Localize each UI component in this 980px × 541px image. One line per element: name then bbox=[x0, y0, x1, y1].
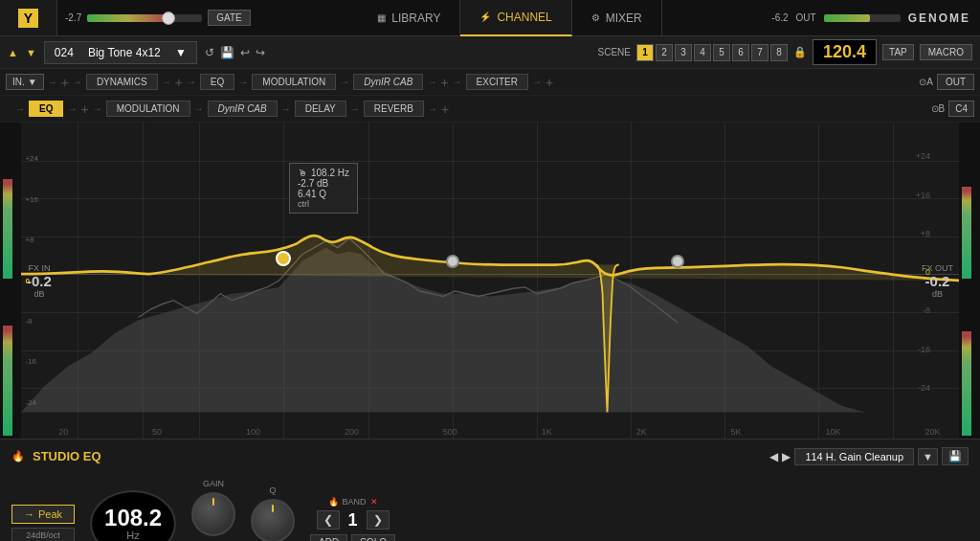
chain-end-top: ⊙A OUT bbox=[919, 74, 974, 90]
eq-preset-save[interactable]: 💾 bbox=[942, 447, 969, 465]
eq-tooltip: 🖱 108.2 Hz -2.7 dB 6.41 Q ctrl bbox=[289, 163, 358, 214]
chain-plus-4[interactable]: + bbox=[546, 75, 553, 90]
input-meter-knob[interactable] bbox=[162, 11, 175, 25]
scene-btn-5[interactable]: 5 bbox=[713, 44, 730, 61]
band-nav: ❮ 1 ❯ bbox=[317, 510, 390, 530]
band-type-arrow-icon: → bbox=[24, 508, 34, 520]
band-add-button[interactable]: ADD bbox=[310, 534, 347, 542]
band-label-text: BAND bbox=[343, 497, 367, 507]
scene-btn-8[interactable]: 8 bbox=[770, 44, 788, 61]
eq-fire-icon: 🔥 bbox=[11, 450, 25, 462]
nav-channel[interactable]: ⚡ CHANNEL bbox=[460, 0, 571, 36]
channel-icon: ⚡ bbox=[479, 11, 491, 22]
eq-preset-arrow-right[interactable]: ▶ bbox=[782, 450, 791, 463]
preset-arrow-down[interactable]: ▼ bbox=[26, 47, 36, 58]
chain-block-modulation[interactable]: MODULATION bbox=[252, 74, 336, 90]
preset-icons: ↺ 💾 ↩ ↪ bbox=[205, 46, 265, 59]
chain-top-row: IN. ▼ → + → DYNAMICS → + → EQ → MODULATI… bbox=[0, 69, 980, 96]
chain-block-dynircab2[interactable]: DynIR CAB bbox=[208, 101, 278, 117]
preset-arrow-up[interactable]: ▲ bbox=[8, 47, 18, 58]
band-arrow-left[interactable]: ❮ bbox=[317, 510, 340, 530]
output-db: -6.2 bbox=[771, 12, 788, 23]
band-section: 🔥 BAND ✕ ❮ 1 ❯ ADD SOLO bbox=[310, 497, 395, 542]
chain-block-eq-active[interactable]: EQ bbox=[29, 101, 63, 117]
eq-canvas[interactable]: 20501002005001K2K5K10K20K 🖱 108.2 Hz -2.… bbox=[21, 123, 959, 439]
tooltip-q: 6.41 Q bbox=[298, 189, 349, 199]
chain-arrow-5: → bbox=[238, 77, 248, 87]
chain-end-bottom: ⊙B C4 bbox=[931, 101, 974, 117]
preset-undo-icon[interactable]: ↩ bbox=[240, 46, 250, 59]
eq-preset-name: 114 H. Gain Cleanup bbox=[794, 448, 914, 465]
chain-bottom-plus-1[interactable]: + bbox=[80, 101, 88, 117]
eq-knob-active[interactable] bbox=[276, 251, 291, 266]
main-eq-area: +24 +16 +8 0 -8 -16 -24 20501002 bbox=[0, 123, 980, 439]
preset-name-display[interactable]: 024 Big Tone 4x12 ▼ bbox=[44, 41, 197, 64]
chain-bottom-plus-2[interactable]: + bbox=[441, 101, 449, 117]
top-logo: Y bbox=[0, 0, 57, 35]
band-type-section: → Peak 24dB/oct bbox=[11, 505, 75, 542]
scene-btn-2[interactable]: 2 bbox=[656, 44, 673, 61]
chain-arrow-6: → bbox=[340, 77, 349, 87]
input-meter-bar bbox=[87, 14, 202, 22]
chain-out-button-top[interactable]: OUT bbox=[937, 74, 974, 90]
nav-mixer[interactable]: ⚙ MIXER bbox=[572, 0, 662, 36]
scene-btn-7[interactable]: 7 bbox=[751, 44, 768, 61]
preset-bar: ▲ ▼ 024 Big Tone 4x12 ▼ ↺ 💾 ↩ ↪ SCENE 1 … bbox=[0, 36, 980, 69]
chain-bottom-row: → EQ → + → MODULATION → DynIR CAB → DELA… bbox=[0, 96, 980, 123]
q-knob[interactable] bbox=[251, 499, 295, 541]
chain-plus-1[interactable]: + bbox=[61, 75, 69, 90]
eq-preset-dropdown[interactable]: ▼ bbox=[918, 448, 938, 465]
macro-button[interactable]: MACRO bbox=[920, 44, 972, 60]
scene-label: SCENE bbox=[598, 47, 631, 57]
band-arrow-right[interactable]: ❯ bbox=[367, 510, 390, 530]
chain-block-modulation2[interactable]: MODULATION bbox=[106, 101, 190, 117]
band-fire-icon: 🔥 bbox=[328, 497, 339, 507]
chain-block-dynamics[interactable]: DYNAMICS bbox=[86, 74, 158, 90]
eq-preset-arrow-left[interactable]: ◀ bbox=[769, 450, 778, 463]
chain-bottom-arrow-5: → bbox=[281, 103, 291, 114]
band-solo-button[interactable]: SOLO bbox=[351, 534, 395, 542]
tap-button[interactable]: TAP bbox=[882, 44, 914, 60]
mixer-icon: ⚙ bbox=[591, 12, 600, 23]
freq-big-unit: Hz bbox=[126, 530, 139, 541]
chain-block-exciter[interactable]: EXCITER bbox=[466, 74, 528, 90]
band-x-icon[interactable]: ✕ bbox=[370, 497, 378, 507]
lock-icon[interactable]: 🔒 bbox=[793, 46, 807, 58]
nav-library[interactable]: ▦ LIBRARY bbox=[358, 0, 460, 36]
nav-channel-label: CHANNEL bbox=[497, 11, 551, 24]
eq-knob-4k[interactable] bbox=[671, 255, 684, 268]
scene-btn-1[interactable]: 1 bbox=[636, 44, 654, 61]
band-type-label[interactable]: → Peak bbox=[11, 505, 75, 524]
genome-label: GENOME bbox=[908, 11, 970, 25]
chain-block-delay[interactable]: DELAY bbox=[295, 101, 346, 117]
gain-knob[interactable] bbox=[191, 492, 235, 536]
chain-block-dynircab[interactable]: DynIR CAB bbox=[353, 74, 423, 90]
chain-in-button[interactable]: IN. ▼ bbox=[6, 74, 44, 90]
input-meter-fill bbox=[87, 14, 167, 22]
chain-block-reverb[interactable]: REVERB bbox=[364, 101, 424, 117]
output-meter bbox=[824, 14, 901, 22]
left-meter: +24 +16 +8 0 -8 -16 -24 bbox=[0, 123, 21, 439]
chain-plus-3[interactable]: + bbox=[440, 75, 448, 90]
eq-params-row: → Peak 24dB/oct 108.2 Hz GAIN -2.7 dB bbox=[11, 479, 969, 541]
q-param: Q 6.41 bbox=[251, 485, 295, 541]
preset-title: Big Tone 4x12 bbox=[88, 46, 161, 59]
preset-redo-icon[interactable]: ↪ bbox=[256, 46, 265, 59]
band-buttons: ADD SOLO bbox=[310, 534, 395, 542]
scene-btn-6[interactable]: 6 bbox=[732, 44, 749, 61]
scene-btn-4[interactable]: 4 bbox=[694, 44, 711, 61]
chain-arrow-2: → bbox=[73, 77, 82, 87]
scene-btn-3[interactable]: 3 bbox=[675, 44, 692, 61]
chain-arrow-4: → bbox=[187, 77, 196, 87]
top-nav: ▦ LIBRARY ⚡ CHANNEL ⚙ MIXER bbox=[258, 0, 763, 36]
chain-arrow-9: → bbox=[532, 77, 542, 87]
eq-knob-1k[interactable] bbox=[446, 255, 459, 268]
chain-bottom-arrow-2: → bbox=[67, 103, 77, 114]
chain-arrow-1: → bbox=[48, 77, 57, 87]
chain-note-button[interactable]: C4 bbox=[948, 101, 974, 117]
preset-reload-icon[interactable]: ↺ bbox=[205, 46, 214, 59]
chain-plus-2[interactable]: + bbox=[175, 75, 183, 90]
gate-button[interactable]: GATE bbox=[208, 10, 250, 26]
chain-block-eq[interactable]: EQ bbox=[200, 74, 234, 90]
preset-save-icon[interactable]: 💾 bbox=[220, 46, 234, 59]
